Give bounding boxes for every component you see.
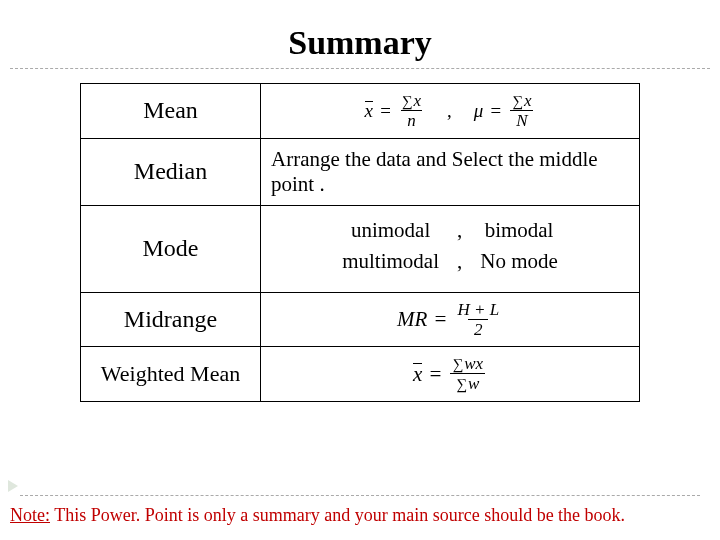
mode-item: unimodal <box>342 218 439 243</box>
weighted-mean-formula: x = wx w <box>413 355 487 393</box>
cell-median: Arrange the data and Select the middle p… <box>261 138 640 205</box>
label-mean: Mean <box>81 84 261 139</box>
mean-formula-2: μ = x N <box>474 92 536 130</box>
frac-wm: wx w <box>448 355 487 393</box>
sigma-icon <box>452 354 464 373</box>
cell-weighted-mean: x = wx w <box>261 347 640 402</box>
label-median: Median <box>81 138 261 205</box>
cell-mean: x = x n , μ = x N <box>261 84 640 139</box>
eq-sign: = <box>489 100 502 122</box>
comma-sep: , <box>443 100 456 122</box>
divider-bottom <box>20 495 700 496</box>
row-median: Median Arrange the data and Select the m… <box>81 138 640 205</box>
page-title: Summary <box>0 0 720 68</box>
xbar: x <box>413 362 422 387</box>
mode-item: No mode <box>480 249 558 274</box>
note-prefix: Note: <box>10 505 50 525</box>
mu: μ <box>474 100 484 122</box>
frac-2: x N <box>508 92 535 130</box>
note-text: This Power. Point is only a summary and … <box>50 505 625 525</box>
sigma-icon <box>512 91 524 110</box>
label-midrange: Midrange <box>81 292 261 347</box>
nav-triangle-icon <box>8 480 18 492</box>
sigma-icon <box>402 91 414 110</box>
mean-formula-1: x = x n <box>365 92 426 130</box>
row-mean: Mean x = x n , μ = x N <box>81 84 640 139</box>
mode-item: bimodal <box>480 218 558 243</box>
mode-item: multimodal <box>342 249 439 274</box>
eq-sign: = <box>379 100 392 122</box>
comma: , <box>457 218 462 243</box>
frac-mr: H + L 2 <box>453 301 503 339</box>
eq-sign: = <box>433 307 447 332</box>
comma: , <box>457 249 462 274</box>
divider-top <box>10 68 710 69</box>
label-weighted-mean: Weighted Mean <box>81 347 261 402</box>
row-weighted-mean: Weighted Mean x = wx w <box>81 347 640 402</box>
midrange-formula: MR = H + L 2 <box>397 301 503 339</box>
frac-1: x n <box>398 92 425 130</box>
mode-grid: unimodal , bimodal multimodal , No mode <box>271 214 629 284</box>
footer-note: Note: This Power. Point is only a summar… <box>10 505 710 526</box>
row-mode: Mode unimodal , bimodal multimodal , No … <box>81 205 640 292</box>
mr-var: MR <box>397 307 427 332</box>
summary-table: Mean x = x n , μ = x N <box>80 83 640 402</box>
eq-sign: = <box>428 362 442 387</box>
sigma-icon <box>456 374 468 393</box>
cell-mode: unimodal , bimodal multimodal , No mode <box>261 205 640 292</box>
xbar: x <box>365 100 373 122</box>
mean-formula-row: x = x n , μ = x N <box>271 92 629 130</box>
cell-midrange: MR = H + L 2 <box>261 292 640 347</box>
row-midrange: Midrange MR = H + L 2 <box>81 292 640 347</box>
label-mode: Mode <box>81 205 261 292</box>
